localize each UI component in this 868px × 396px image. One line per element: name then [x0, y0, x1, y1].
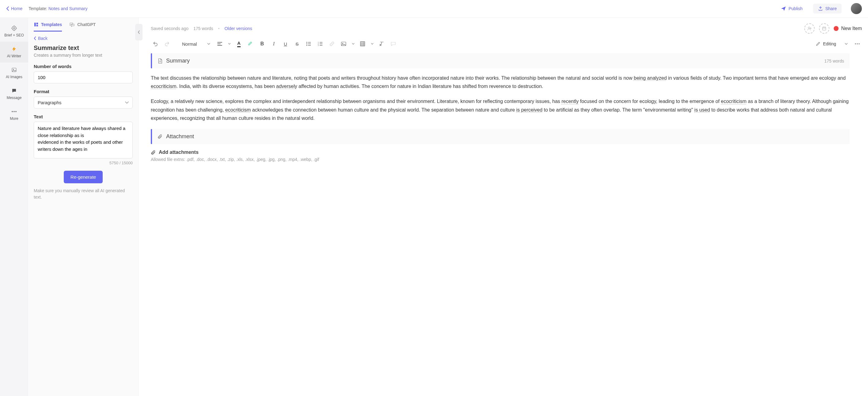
link-button[interactable] [327, 39, 337, 49]
chevron-down-icon [125, 101, 129, 104]
more-options-button[interactable] [853, 39, 862, 49]
add-date-button[interactable] [819, 23, 829, 34]
document-body[interactable]: Summary 175 words The text discusses the… [151, 53, 862, 396]
editor-toolbar: Normal A B I U S 123 [151, 37, 862, 53]
rail-label: Message [7, 96, 22, 100]
tab-templates[interactable]: Templates [34, 22, 62, 32]
attachment-hint: Allowed file extns: .pdf, .doc, .docx, .… [151, 157, 849, 162]
format-label: Format [34, 89, 133, 94]
section-title: Attachment [166, 133, 844, 140]
section-word-count: 175 words [824, 59, 844, 63]
add-collaborator-button[interactable] [804, 23, 815, 34]
num-words-input[interactable] [34, 71, 133, 83]
rail-message[interactable]: Message [0, 83, 28, 104]
paperclip-icon [151, 150, 156, 155]
svg-point-0 [12, 26, 16, 30]
svg-point-3 [13, 69, 14, 70]
separator: • [218, 26, 220, 31]
pencil-icon [815, 41, 820, 46]
bullet-list-button[interactable] [304, 39, 313, 49]
home-link[interactable]: Home [6, 6, 22, 11]
editor-header: Saved seconds ago 175 words • Older vers… [151, 18, 862, 37]
dots-icon [11, 109, 17, 115]
rail-brief-seo[interactable]: Brief + SEO [0, 21, 28, 42]
rail-ai-images[interactable]: AI Images [0, 63, 28, 83]
table-dropdown[interactable] [370, 39, 375, 49]
format-select[interactable]: Paragraphs [34, 96, 133, 109]
home-label: Home [11, 6, 22, 11]
share-label: Share [826, 6, 837, 11]
bolt-icon [11, 46, 17, 52]
status-new-item[interactable]: New Item [834, 26, 862, 31]
chevron-down-icon [845, 43, 848, 45]
comment-button[interactable] [389, 39, 398, 49]
publish-label: Publish [788, 6, 803, 11]
tab-chatgpt[interactable]: ChatGPT [69, 22, 96, 32]
num-words-label: Number of words [34, 64, 133, 69]
template-name[interactable]: Notes and Summary [49, 6, 88, 11]
numbered-list-button[interactable]: 123 [316, 39, 325, 49]
panel-title: Summarize text [34, 44, 133, 52]
svg-point-10 [808, 27, 810, 29]
paperclip-icon [158, 134, 162, 139]
text-label: Text [34, 114, 133, 119]
svg-point-21 [855, 43, 856, 44]
share-button[interactable]: Share [813, 4, 842, 13]
svg-point-22 [857, 43, 858, 44]
rail-label: AI Images [6, 75, 22, 79]
template-breadcrumb: Template: Notes and Summary [29, 6, 87, 11]
target-icon [11, 25, 17, 31]
rail-more[interactable]: More [0, 104, 28, 125]
rail-ai-writer[interactable]: AI Writer [0, 42, 28, 63]
publish-button[interactable]: Publish [776, 3, 807, 14]
avatar[interactable] [851, 3, 862, 14]
bold-button[interactable]: B [257, 39, 267, 49]
summary-paragraph-1[interactable]: The text discusses the relationship betw… [151, 74, 849, 90]
send-icon [781, 6, 786, 11]
rail-label: More [10, 117, 18, 121]
editing-mode-select[interactable]: Editing [813, 40, 850, 48]
collapse-panel-button[interactable] [135, 24, 143, 40]
clear-format-button[interactable] [377, 39, 386, 49]
svg-point-1 [13, 28, 15, 29]
templates-icon [34, 22, 39, 27]
back-link[interactable]: Back [34, 36, 133, 41]
user-plus-icon [807, 26, 812, 31]
table-button[interactable] [358, 39, 367, 49]
chat-icon [11, 88, 17, 94]
svg-point-14 [307, 45, 307, 46]
back-label: Back [38, 36, 48, 41]
redo-button[interactable] [162, 39, 172, 49]
svg-rect-20 [361, 42, 365, 46]
rail-label: Brief + SEO [4, 33, 24, 37]
status-label: New Item [841, 26, 862, 31]
rail-label: AI Writer [7, 54, 21, 58]
svg-rect-9 [36, 25, 38, 26]
summary-paragraph-2[interactable]: Ecology, a relatively new science, explo… [151, 97, 849, 122]
tab-label: ChatGPT [77, 22, 96, 27]
save-status: Saved seconds ago [151, 26, 188, 31]
calendar-icon [822, 26, 827, 31]
document-icon [158, 58, 162, 64]
svg-point-4 [12, 111, 13, 112]
summary-section-header[interactable]: Summary 175 words [151, 53, 849, 68]
image-button[interactable] [339, 39, 348, 49]
text-color-button[interactable]: A [234, 39, 243, 49]
image-dropdown[interactable] [351, 39, 355, 49]
italic-button[interactable]: I [269, 39, 278, 49]
older-versions-link[interactable]: Older versions [224, 26, 252, 31]
text-input[interactable] [34, 122, 133, 158]
highlight-button[interactable] [246, 39, 255, 49]
left-rail: Brief + SEO AI Writer AI Images Message … [0, 18, 28, 396]
strikethrough-button[interactable]: S [292, 39, 302, 49]
paragraph-style-select[interactable]: Normal [180, 40, 213, 48]
undo-button[interactable] [151, 39, 160, 49]
attachment-section-header[interactable]: Attachment [151, 129, 849, 144]
regenerate-button[interactable]: Re-generate [64, 171, 103, 183]
tab-label: Templates [41, 22, 62, 27]
underline-button[interactable]: U [281, 39, 290, 49]
align-button[interactable] [215, 39, 224, 49]
svg-rect-7 [34, 23, 36, 26]
align-dropdown[interactable] [227, 39, 232, 49]
add-attachments-button[interactable]: Add attachments [151, 150, 849, 155]
